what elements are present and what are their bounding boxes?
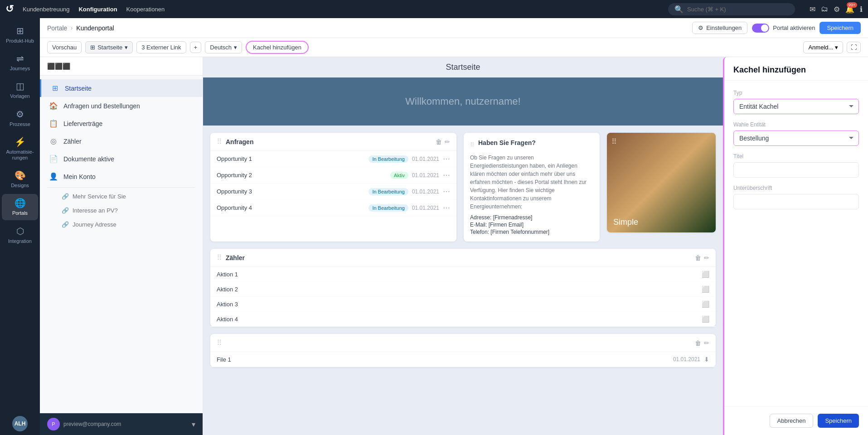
preview-user-bar: P preview@company.com ▾	[40, 413, 203, 435]
nav-kundenbetreuung[interactable]: Kundenbetreuung	[23, 6, 69, 13]
user-avatar[interactable]: ALH	[12, 416, 28, 431]
breadcrumb-bar: Portale › Kundenportal ⚙ Einstellungen P…	[40, 18, 868, 38]
type-label: Typ	[733, 90, 859, 96]
preview-user-avatar: P	[47, 418, 60, 430]
external-links-button[interactable]: 3 Externer Link	[136, 41, 186, 53]
chevron-down-icon: ▾	[125, 44, 128, 51]
left-nav-mein-konto[interactable]: 👤 Mein Konto	[40, 168, 203, 185]
notifications-icon[interactable]: 🔔 99+	[845, 5, 854, 14]
left-nav-journey-adresse[interactable]: 🔗 Journey Adresse	[40, 218, 203, 232]
settings-button[interactable]: ⚙ Einstellungen	[692, 22, 747, 34]
left-nav: ⊞ Startseite 🏠 Anfragen und Bestellungen…	[40, 76, 203, 413]
sidebar-item-integration[interactable]: ⬡ Integration	[2, 222, 38, 248]
portal-activate-toggle[interactable]	[752, 24, 769, 33]
left-nav-liefervertraege[interactable]: 📋 Lieferverträge	[40, 115, 203, 132]
breadcrumb-separator: ›	[71, 25, 73, 31]
download-icon[interactable]: ⬇	[704, 356, 709, 363]
settings-icon[interactable]: ⚙	[834, 5, 840, 14]
right-panel-footer: Abbrechen Speichern	[724, 406, 868, 435]
sidebar-item-journeys[interactable]: ⇌ Journeys	[2, 49, 38, 75]
info-card-address: Adresse: [Firmenadresse]	[470, 214, 593, 221]
cancel-button[interactable]: Abbrechen	[770, 414, 814, 428]
type-select[interactable]: Entität Kachel	[733, 99, 859, 114]
search-bar: 🔍	[668, 3, 795, 15]
sidebar-label-produkt-hub: Produkt-Hub	[6, 38, 34, 44]
files-icon[interactable]: 🗂	[821, 5, 828, 13]
more-icon[interactable]: ⋯	[443, 155, 450, 163]
anfragen-nav-label: Anfragen und Bestellungen	[63, 102, 140, 110]
search-input[interactable]	[687, 6, 778, 13]
title-input[interactable]	[733, 162, 859, 178]
subtitle-input[interactable]	[733, 194, 859, 209]
sidebar-item-portals[interactable]: 🌐 Portals	[2, 194, 38, 220]
title-form-group: Titel	[733, 153, 859, 178]
more-icon[interactable]: ⋯	[443, 187, 450, 196]
center-panel: Startseite Willkommen, nutzername! ⠿ Anf…	[203, 57, 723, 435]
portal-logo: ⬛⬛⬛	[47, 63, 195, 70]
save-button[interactable]: Speichern	[820, 22, 861, 34]
language-select[interactable]: Deutsch ▾	[205, 41, 242, 53]
external-link-icon[interactable]: ⬜	[702, 271, 709, 278]
liefervertraege-nav-label: Lieferverträge	[63, 120, 102, 127]
more-icon[interactable]: ⋯	[443, 171, 450, 179]
sidebar-bottom: ALH	[2, 416, 38, 431]
right-panel-add-tile: Kachel hinzufügen Typ Entität Kachel Wah…	[723, 57, 868, 435]
startseite-button[interactable]: ⊞ Startseite ▾	[85, 41, 133, 53]
startseite-nav-label: Startseite	[65, 85, 92, 92]
subtitle-label: Unterüberschrift	[733, 185, 859, 191]
liefervertraege-nav-icon: 📋	[49, 119, 58, 128]
subtitle-form-group: Unterüberschrift	[733, 185, 859, 209]
top-navigation: ↺ Kundenbetreuung Konfiguration Kooperat…	[0, 0, 868, 18]
left-nav-dokumente[interactable]: 📄 Dokumente aktive	[40, 150, 203, 168]
info-icon[interactable]: ℹ	[860, 5, 863, 14]
add-tile-button[interactable]: Kachel hinzufügen	[246, 41, 309, 54]
sidebar-item-vorlagen[interactable]: ◫ Vorlagen	[2, 77, 38, 103]
table-row: Opportunity 3 In Bearbeitung 01.01.2021 …	[210, 184, 456, 200]
opportunity-2-date: 01.01.2021	[412, 172, 439, 179]
right-panel-header: Kachel hinzufügen	[724, 57, 868, 81]
file-tile-actions: 🗑 ✏	[695, 339, 709, 347]
sidebar-item-produkt-hub[interactable]: ⊞ Produkt-Hub	[2, 22, 38, 48]
nav-konfiguration[interactable]: Konfiguration	[78, 6, 117, 13]
left-nav-mehr-service[interactable]: 🔗 Mehr Service für Sie	[40, 189, 203, 203]
external-link-icon[interactable]: ⬜	[702, 300, 709, 308]
delete-zaehler-tile-button[interactable]: 🗑	[695, 254, 701, 261]
breadcrumb-current: Kundenportal	[76, 24, 114, 32]
save-tile-button[interactable]: Speichern	[818, 414, 859, 428]
link-icon-mehr-service: 🔗	[62, 193, 69, 200]
sidebar-item-prozesse[interactable]: ⚙ Prozesse	[2, 105, 38, 131]
sidebar-item-automatisierungen[interactable]: ⚡ Automatisie­rungen	[2, 133, 38, 164]
delete-anfragen-tile-button[interactable]: 🗑	[436, 138, 442, 145]
left-nav-startseite[interactable]: ⊞ Startseite	[40, 79, 203, 97]
fullscreen-button[interactable]: ⛶	[847, 42, 861, 53]
nav-kooperationen[interactable]: Kooperationen	[126, 6, 165, 13]
left-nav-anfragen[interactable]: 🏠 Anfragen und Bestellungen	[40, 97, 203, 115]
image-card: ⠿ Simple	[607, 133, 716, 232]
automatisierungen-icon: ⚡	[15, 136, 26, 147]
more-icon[interactable]: ⋯	[443, 203, 450, 212]
edit-anfragen-tile-button[interactable]: ✏	[445, 138, 450, 145]
external-link-icon[interactable]: ⬜	[702, 285, 709, 293]
edit-zaehler-tile-button[interactable]: ✏	[704, 254, 709, 261]
delete-file-tile-button[interactable]: 🗑	[695, 339, 701, 347]
anfragen-tile-header: ⠿ Anfragen 🗑 ✏	[210, 133, 456, 151]
breadcrumb-parent[interactable]: Portale	[47, 24, 67, 32]
left-nav-interesse-pv[interactable]: 🔗 Interesse an PV?	[40, 203, 203, 218]
add-page-button[interactable]: +	[190, 42, 202, 53]
left-nav-zaehler[interactable]: ◎ Zähler	[40, 132, 203, 150]
external-link-icon[interactable]: ⬜	[702, 315, 709, 323]
preview-user-email: preview@company.com	[63, 421, 121, 427]
mail-icon[interactable]: ✉	[810, 5, 815, 14]
zaehler-tile: ⠿ Zähler 🗑 ✏ Aktion 1 ⬜ Aktion 2 ⬜	[210, 249, 716, 327]
info-card: ⠿ Haben Sie Fragen? Ob Sie Fragen zu uns…	[464, 133, 600, 242]
integration-icon: ⬡	[16, 226, 24, 237]
edit-file-tile-button[interactable]: ✏	[704, 339, 709, 347]
entity-select[interactable]: Bestellung	[733, 130, 859, 146]
login-select[interactable]: Anmeld... ▾	[803, 41, 843, 53]
status-badge: In Bearbeitung	[369, 204, 408, 212]
preview-user-expand-icon[interactable]: ▾	[192, 420, 195, 429]
entity-form-group: Wahle Entität Bestellung	[733, 121, 859, 146]
preview-button[interactable]: Vorschau	[47, 41, 82, 53]
sidebar-item-designs[interactable]: 🎨 Designs	[2, 166, 38, 192]
journeys-icon: ⇌	[16, 53, 24, 64]
